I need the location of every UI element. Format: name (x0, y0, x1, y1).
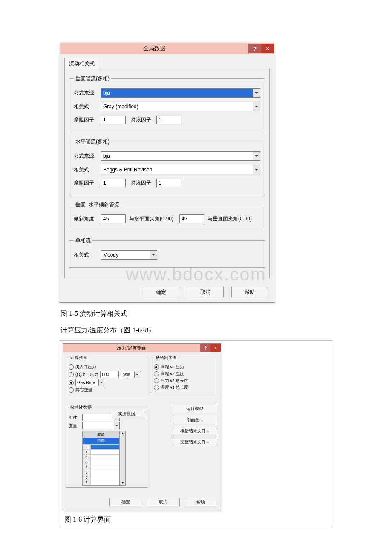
default-profile-group: 缺省剖面图 高程 vs 压力 高程 vs 温度 压力 vs 总长度 温度 vs … (151, 355, 218, 393)
row-index: 1 (83, 449, 91, 454)
combo-value: bja (101, 153, 253, 159)
close-icon[interactable]: × (261, 44, 274, 53)
chevron-down-icon[interactable] (253, 152, 260, 160)
table-header-value: 取值 (83, 431, 119, 438)
summary-results-button[interactable]: 概括结果文件... (173, 427, 216, 435)
row-index: 5 (83, 470, 91, 475)
intertext: 计算压力/温度分布（图 1-6~8） (61, 326, 332, 335)
row-index: 2 (83, 454, 91, 460)
chevron-up-icon[interactable]: ▲ (121, 431, 124, 436)
horizontal-legend: 水平管流(多相) (74, 138, 111, 145)
cancel-button[interactable]: 取消 (147, 498, 180, 506)
radio-other[interactable] (69, 387, 74, 393)
variable-combo[interactable] (82, 422, 120, 429)
radio-label: 温度 vs 总长度 (161, 384, 189, 390)
radio-inlet[interactable] (69, 364, 74, 370)
radio-inlet-label: (I)入口压力 (75, 364, 96, 370)
chevron-down-icon[interactable]: ▼ (121, 481, 124, 485)
row-index: 3 (83, 460, 91, 465)
global-data-dialog: 全局数据 ? × 流动相关式 垂直管流(多相) 公式来源 bja 相 (60, 43, 274, 303)
sensitivity-group: 敏感性数据 实测数据... 组件 (66, 405, 148, 488)
vertical-angle-input[interactable]: 45 (179, 214, 204, 223)
combo-value: Moody (101, 252, 150, 258)
radio-elev-temp[interactable] (154, 371, 159, 376)
chevron-down-icon[interactable] (134, 371, 140, 378)
vert-angle-note: 与垂直面夹角(0-90) (208, 215, 252, 223)
radio-outlet[interactable] (69, 372, 74, 377)
correlation-label: 相关式 (74, 251, 98, 259)
component-label: 组件 (69, 415, 80, 421)
combo-value: psia (121, 372, 134, 377)
chevron-down-icon[interactable] (98, 379, 104, 386)
outlet-pressure-input[interactable]: 800 (100, 371, 119, 378)
inclined-legend: 垂直- 水平倾斜管流 (74, 201, 121, 208)
rate-combo[interactable]: Gas Rate (75, 379, 104, 386)
measured-data-button[interactable]: 实测数据... (112, 410, 145, 418)
radio-press-len[interactable] (154, 378, 159, 383)
run-model-button[interactable]: 运行模型 (173, 405, 216, 413)
source-label: 公式来源 (74, 90, 98, 97)
holdup-label: 持液因子 (129, 116, 153, 124)
vertical-correlation-combo[interactable]: Gray (modified) (101, 102, 260, 111)
friction-label: 摩阻因子 (74, 179, 98, 187)
radio-label: 高程 vs 温度 (161, 371, 184, 377)
combo-value: bja (101, 90, 253, 96)
titlebar: 全局数据 ? × (60, 43, 274, 54)
full-results-button[interactable]: 完整结果文件... (173, 438, 216, 446)
help-icon[interactable]: ? (248, 44, 261, 53)
inclined-angle-input[interactable]: 45 (101, 214, 126, 223)
chevron-down-icon[interactable] (114, 422, 119, 429)
calc-variable-group: 计算变量 (I)入口压力 (O)出口压力 800 psia (66, 355, 148, 396)
page: www.bdocx.com 全局数据 ? × 流动相关式 垂直管流(多相) 公式… (0, 0, 392, 545)
combo-value: Beggs & Brill Revised (101, 167, 253, 173)
radio-rate[interactable] (69, 380, 74, 385)
sensitivity-table[interactable]: 取值 范围 - 1 2 3 4 5 6 7 (82, 431, 120, 486)
tab-content: 垂直管流(多相) 公式来源 bja 相关式 Gray (modified) (64, 69, 270, 278)
combo-value: Gas Rate (76, 380, 98, 385)
source-label: 公式来源 (74, 153, 98, 160)
figure-frame: 压力/温度剖面 ? × 计算变量 (I)入口压力 (60, 340, 332, 528)
close-icon[interactable]: × (210, 344, 221, 352)
ok-button[interactable]: 确定 (143, 287, 179, 297)
radio-temp-len[interactable] (154, 385, 159, 390)
profile-legend: 缺省剖面图 (154, 355, 179, 361)
dialog-title: 压力/温度剖面 (63, 345, 200, 351)
row-index: 6 (83, 475, 91, 480)
single-legend: 单相流 (74, 237, 92, 244)
help-button[interactable]: 帮助 (231, 287, 268, 297)
dialog-title: 全局数据 (60, 45, 248, 52)
window-buttons: ? × (248, 44, 274, 53)
figure-caption-1: 图 1-5 流动计算相关式 (61, 309, 332, 318)
single-phase-group: 单相流 相关式 Moody (69, 237, 265, 268)
titlebar: 压力/温度剖面 ? × (63, 344, 221, 352)
sens-legend: 敏感性数据 (69, 405, 93, 410)
chevron-down-icon[interactable] (253, 165, 260, 174)
help-button[interactable]: 帮助 (184, 498, 217, 506)
tab-flow-correlation[interactable]: 流动相关式 (64, 58, 99, 69)
horizontal-friction-input[interactable]: 1 (101, 179, 126, 187)
inclined-group: 垂直- 水平倾斜管流 倾斜角度 45 与水平面夹角(0-90) 45 与垂直面夹… (69, 201, 265, 231)
chevron-down-icon[interactable] (253, 89, 260, 97)
help-icon[interactable]: ? (200, 344, 210, 352)
vertical-friction-input[interactable]: 1 (101, 116, 126, 124)
single-correlation-combo[interactable]: Moody (101, 250, 157, 260)
outlet-unit-combo[interactable]: psia (121, 371, 140, 378)
figure-caption-2: 图 1-6 计算界面 (64, 515, 332, 524)
horizontal-holdup-input[interactable]: 1 (156, 179, 181, 187)
profile-plot-button[interactable]: 剖面图... (173, 416, 216, 424)
radio-elev-press[interactable] (154, 364, 159, 370)
vertical-source-combo[interactable]: bja (101, 88, 260, 98)
button-bar: 确定 取消 帮助 (63, 496, 221, 510)
horizontal-correlation-combo[interactable]: Beggs & Brill Revised (101, 165, 260, 174)
ok-button[interactable]: 确定 (109, 498, 142, 506)
vertical-holdup-input[interactable]: 1 (156, 116, 181, 124)
horizontal-multiphase-group: 水平管流(多相) 公式来源 bja 相关式 Beggs & Brill Revi… (69, 138, 265, 195)
radio-label: 高程 vs 压力 (161, 364, 184, 370)
cancel-button[interactable]: 取消 (187, 287, 224, 297)
scrollbar[interactable]: ▲ ▼ (120, 431, 126, 486)
chevron-down-icon[interactable] (253, 102, 260, 111)
row-index: 4 (83, 465, 91, 470)
button-bar: 确定 取消 帮助 (60, 283, 274, 302)
chevron-down-icon[interactable] (150, 251, 157, 259)
horizontal-source-combo[interactable]: bja (101, 151, 260, 161)
